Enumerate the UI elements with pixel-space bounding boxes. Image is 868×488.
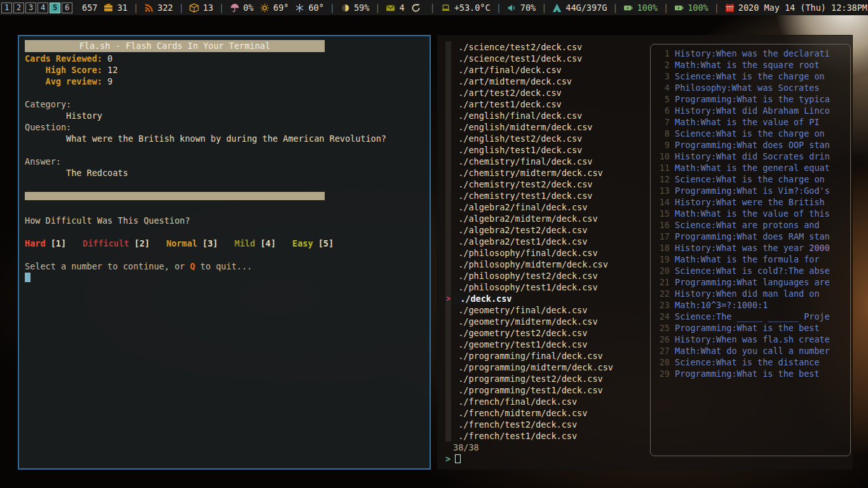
fzf-gutter — [445, 236, 451, 247]
fzf-gutter — [445, 430, 451, 442]
workspace-6[interactable]: 6 — [62, 3, 72, 13]
difficulty-label: Hard — [25, 238, 46, 248]
sun-stat: 69° — [260, 3, 288, 13]
fzf-gutter — [445, 259, 451, 270]
file-path: ./geometry/midterm/deck.csv — [453, 316, 598, 327]
difficulty-option-hard[interactable]: Hard [1] — [25, 238, 66, 248]
line-number: 13 — [657, 185, 670, 196]
preview-line: 24Science:The _____ ______ Proje — [657, 311, 850, 322]
separator: | — [496, 3, 501, 13]
fzf-gutter — [445, 156, 451, 167]
snowflake-icon — [295, 3, 304, 13]
volume-icon — [507, 3, 517, 13]
file-path: ./geometry/final/deck.csv — [453, 304, 587, 316]
file-path: ./english/test1/deck.csv — [453, 144, 582, 156]
preview-text: Math:What is the value of this — [675, 208, 830, 219]
briefcase-icon — [104, 3, 113, 13]
preview-text: Programming:What languages are — [675, 276, 830, 288]
difficulty-heading: How Difficult Was This Question? — [25, 215, 424, 226]
preview-line: 19Math:What is the formula for — [657, 254, 850, 265]
preview-line: 18History:What was the year 2000 — [657, 242, 850, 254]
file-path: ./geometry/test1/deck.csv — [453, 339, 587, 350]
line-number: 8 — [657, 128, 670, 139]
preview-text: Programming:What does RAM stan — [675, 231, 830, 242]
line-number: 29 — [657, 368, 670, 379]
difficulty-label: Normal — [166, 238, 198, 248]
preview-text: Math:What is the general equat — [675, 162, 830, 173]
arch-icon — [552, 3, 562, 13]
preview-line: 22History:When did man land on — [657, 288, 850, 299]
answer-label: Answer: — [25, 156, 424, 167]
rss-stat: 322 — [144, 3, 173, 13]
preview-text: Programming:What does OOP stan — [675, 139, 830, 151]
preview-line: 14History:What were the British — [657, 196, 850, 208]
line-number: 4 — [657, 82, 670, 93]
separator: | — [663, 3, 668, 13]
fzf-gutter — [445, 373, 451, 384]
file-path: ./french/final/deck.csv — [453, 396, 577, 407]
fzf-preview-panel: 1History:When was the declarati2Math:Wha… — [650, 44, 851, 456]
fzf-gutter — [445, 339, 451, 350]
answer-text: The Redcoats — [25, 167, 424, 179]
workspace-2[interactable]: 2 — [13, 3, 24, 13]
preview-line: 28Science:What is the distance — [657, 356, 850, 368]
stat-value: 100% — [637, 3, 658, 13]
preview-line: 9Programming:What does OOP stan — [657, 139, 850, 151]
line-number: 21 — [657, 276, 670, 288]
preview-line: 8Science:What is the charge on — [657, 128, 850, 139]
line-number: 20 — [657, 265, 670, 276]
battery-icon — [623, 3, 633, 13]
stat-value: 2020 May 14 (Thu) 12:38PM — [738, 3, 867, 13]
preview-line: 1History:When was the declarati — [657, 48, 850, 59]
preview-line: 29Programming:What is the best — [657, 368, 850, 379]
workspace-1[interactable]: 1 — [1, 3, 12, 13]
line-number: 23 — [657, 299, 670, 311]
fzf-terminal-window[interactable]: ./science/test2/deck.csv ./science/test1… — [437, 35, 853, 470]
stat-cards-reviewed: Cards Reviewed: 0 — [25, 53, 424, 64]
mail-icon — [386, 3, 395, 13]
line-number: 15 — [657, 208, 670, 219]
stat-value: +53.0°C — [454, 3, 491, 13]
stat-value: 4 — [399, 3, 404, 13]
file-path: ./programming/test2/deck.csv — [453, 373, 603, 384]
preview-line: 7Math:What is the value of PI — [657, 116, 850, 128]
workspace-4[interactable]: 4 — [37, 3, 48, 13]
package-stat: 13 — [189, 3, 213, 13]
preview-text: Science:What is the charge on — [675, 173, 825, 185]
difficulty-option-easy[interactable]: Easy [5] — [292, 238, 334, 248]
stat-avg-review: Avg review: 9 — [25, 76, 424, 87]
preview-line: 23Math:10^3=?:1000:1 — [657, 299, 850, 311]
difficulty-option-mild[interactable]: Mild [4] — [234, 238, 276, 248]
stat-value: 657 — [82, 3, 97, 13]
separator: | — [541, 3, 546, 13]
file-path: ./english/test2/deck.csv — [453, 133, 582, 144]
stat-value: 322 — [158, 3, 173, 13]
category-label: Category: — [25, 98, 424, 110]
fzf-gutter — [445, 304, 451, 316]
fzf-gutter — [445, 407, 451, 419]
preview-text: History:What did Socrates drin — [675, 151, 830, 162]
laptop-icon — [441, 3, 451, 13]
fzf-gutter — [445, 167, 451, 179]
difficulty-option-normal[interactable]: Normal [3] — [166, 238, 218, 248]
preview-line: 15Math:What is the value of this — [657, 208, 850, 219]
preview-text: Science:What is cold?:The abse — [675, 265, 830, 276]
file-path: ./philosophy/test1/deck.csv — [453, 281, 598, 293]
separator: | — [330, 3, 335, 13]
workspace-3[interactable]: 3 — [25, 3, 36, 13]
file-path: ./french/midterm/deck.csv — [453, 407, 587, 419]
flashcard-title: Fla.sh - Flash Cards In Your Terminal — [25, 40, 325, 52]
preview-text: History:What were the British — [675, 196, 825, 208]
file-path: ./philosophy/test2/deck.csv — [453, 270, 598, 281]
file-path: ./art/test2/deck.csv — [453, 87, 562, 98]
line-number: 7 — [657, 116, 670, 128]
umbrella-stat: 0% — [230, 3, 254, 13]
preview-text: Programming:What is the typica — [675, 93, 830, 105]
workspace-5[interactable]: 5 — [50, 3, 60, 13]
file-path: ./art/test1/deck.csv — [453, 98, 562, 110]
fzf-gutter — [445, 224, 451, 236]
file-path: ./english/final/deck.csv — [453, 110, 582, 121]
fzf-gutter — [445, 121, 451, 133]
flashcard-terminal-window[interactable]: Fla.sh - Flash Cards In Your Terminal Ca… — [18, 35, 431, 470]
difficulty-option-difficult[interactable]: Difficult [2] — [83, 238, 150, 248]
